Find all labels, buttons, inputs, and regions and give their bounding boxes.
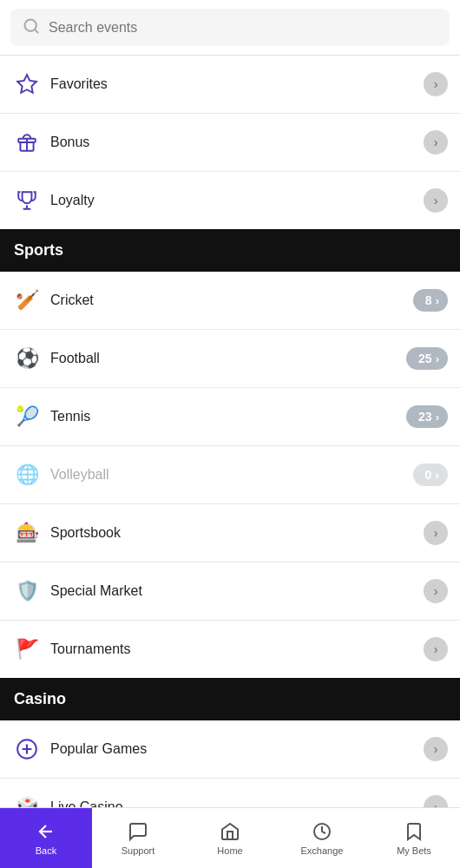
- home-icon: [220, 821, 240, 842]
- tennis-label: Tennis: [50, 409, 406, 424]
- sidebar-item-tennis[interactable]: 🎾 Tennis 23 ›: [0, 388, 460, 446]
- football-label: Football: [50, 351, 406, 366]
- nav-exchange[interactable]: Exchange: [276, 808, 368, 868]
- nav-mybets[interactable]: My Bets: [368, 808, 460, 868]
- sportsbook-chevron: ›: [424, 521, 448, 545]
- football-icon: ⚽: [12, 344, 42, 373]
- sidebar-item-favorites[interactable]: Favorites ›: [0, 56, 460, 114]
- sidebar-item-special-market[interactable]: 🛡️ Special Market ›: [0, 562, 460, 621]
- popular-games-icon: [12, 734, 42, 764]
- nav-support[interactable]: Support: [92, 808, 184, 868]
- bottom-nav: Back Support Home Exchange My Bets: [0, 807, 460, 868]
- sidebar-item-tournaments[interactable]: 🚩 Tournaments ›: [0, 621, 460, 678]
- cricket-icon: 🏏: [12, 286, 42, 315]
- star-icon: [12, 69, 42, 99]
- gift-icon: [12, 128, 42, 157]
- exchange-icon: [312, 821, 332, 842]
- nav-back-label: Back: [36, 845, 56, 856]
- sidebar-item-football[interactable]: ⚽ Football 25 ›: [0, 330, 460, 388]
- casino-section-header: Casino: [0, 678, 460, 720]
- nav-mybets-label: My Bets: [397, 845, 431, 856]
- tennis-icon: 🎾: [12, 402, 42, 431]
- svg-line-1: [35, 30, 38, 33]
- cricket-label: Cricket: [50, 293, 413, 308]
- trophy-icon: [12, 186, 42, 215]
- sports-section-header: Sports: [0, 229, 460, 272]
- popular-games-label: Popular Games: [50, 741, 424, 757]
- sidebar-item-sportsbook[interactable]: 🎰 Sportsbook ›: [0, 504, 460, 562]
- nav-exchange-label: Exchange: [301, 845, 344, 856]
- search-icon: [23, 17, 40, 37]
- cricket-badge: 8 ›: [413, 289, 448, 312]
- svg-marker-2: [17, 75, 36, 93]
- nav-home[interactable]: Home: [184, 808, 276, 868]
- sidebar-item-cricket[interactable]: 🏏 Cricket 8 ›: [0, 272, 460, 330]
- support-icon: [128, 821, 148, 842]
- favorites-chevron: ›: [424, 72, 448, 96]
- top-items-list: Favorites › Bonus ›: [0, 56, 460, 229]
- tournaments-chevron: ›: [424, 637, 448, 661]
- football-badge: 25 ›: [406, 347, 448, 370]
- loyalty-chevron: ›: [424, 188, 448, 213]
- mybets-icon: [404, 821, 424, 842]
- sidebar-item-loyalty[interactable]: Loyalty ›: [0, 172, 460, 229]
- bonus-chevron: ›: [424, 130, 448, 155]
- search-input[interactable]: [49, 20, 437, 36]
- search-bar: [0, 0, 460, 56]
- nav-support-label: Support: [122, 845, 155, 856]
- sidebar-item-bonus[interactable]: Bonus ›: [0, 114, 460, 172]
- nav-back[interactable]: Back: [0, 808, 92, 868]
- loyalty-label: Loyalty: [50, 193, 424, 208]
- sidebar-item-volleyball[interactable]: 🌐 Volleyball 0 ›: [0, 446, 460, 504]
- search-inner: [10, 9, 450, 46]
- tournaments-icon: 🚩: [12, 635, 42, 664]
- popular-games-chevron: ›: [424, 737, 448, 761]
- special-market-label: Special Market: [50, 583, 424, 599]
- tennis-badge: 23 ›: [406, 405, 448, 428]
- sportsbook-label: Sportsbook: [50, 525, 424, 541]
- volleyball-badge: 0 ›: [413, 464, 448, 486]
- sportsbook-icon: 🎰: [12, 518, 42, 548]
- favorites-label: Favorites: [50, 76, 424, 92]
- volleyball-icon: 🌐: [12, 460, 42, 490]
- tournaments-label: Tournaments: [50, 641, 424, 657]
- special-market-chevron: ›: [424, 579, 448, 603]
- bonus-label: Bonus: [50, 135, 424, 150]
- volleyball-label: Volleyball: [50, 467, 413, 483]
- nav-home-label: Home: [217, 845, 242, 856]
- sports-list: 🏏 Cricket 8 › ⚽ Football 25 › 🎾 Tennis 2…: [0, 272, 460, 678]
- back-icon: [36, 821, 56, 842]
- sidebar-item-popular-games[interactable]: Popular Games ›: [0, 720, 460, 779]
- special-market-icon: 🛡️: [12, 576, 42, 606]
